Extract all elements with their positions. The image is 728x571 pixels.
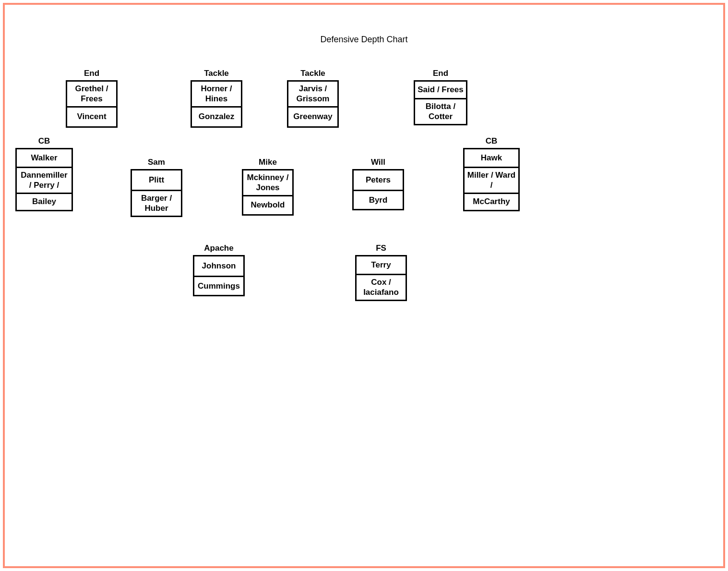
position-label: FS [376,243,386,253]
depth-slot-1: Grethel / Frees [67,82,116,106]
position-label: Apache [204,243,233,253]
depth-slot-2: Greenway [288,106,337,126]
depth-chart-canvas: Defensive Depth Chart End Grethel / Free… [5,5,723,566]
position-will: Will Peters Byrd [352,158,404,210]
depth-slot-2: Barger / Huber [132,190,181,216]
chart-title: Defensive Depth Chart [5,35,723,45]
position-fs: FS Terry Cox / Iaciafano [355,243,407,301]
position-label: Tackle [300,69,325,78]
depth-stack: Said / Frees Bilotta / Cotter [414,80,467,125]
depth-slot-3: McCarthy [465,193,518,210]
depth-stack: Grethel / Frees Vincent [66,80,118,128]
depth-slot-1: Mckinney / Jones [243,170,292,195]
depth-slot-1: Jarvis / Grissom [288,82,337,106]
depth-slot-2: Dannemiller / Perry / [17,167,72,193]
depth-stack: Johnson Cummings [193,255,245,296]
depth-stack: Terry Cox / Iaciafano [355,255,407,301]
depth-slot-2: Cox / Iaciafano [357,274,406,300]
depth-slot-2: Bilotta / Cotter [415,98,466,124]
position-label: Mike [259,158,277,167]
position-label: CB [486,136,498,146]
position-end-left: End Grethel / Frees Vincent [66,69,118,128]
position-tackle-right: Tackle Jarvis / Grissom Greenway [287,69,339,128]
depth-slot-1: Horner / Hines [192,82,241,106]
depth-stack: Jarvis / Grissom Greenway [287,80,339,128]
depth-slot-1: Plitt [132,170,181,190]
position-label: End [433,69,448,78]
position-label: CB [38,136,50,146]
depth-slot-1: Terry [357,256,406,274]
position-mike: Mike Mckinney / Jones Newbold [242,158,294,216]
position-label: Tackle [204,69,229,78]
position-cb-left: CB Walker Dannemiller / Perry / Bailey [15,136,73,211]
position-apache: Apache Johnson Cummings [193,243,245,296]
depth-slot-1: Peters [354,170,403,190]
position-sam: Sam Plitt Barger / Huber [131,158,182,217]
position-end-right: End Said / Frees Bilotta / Cotter [414,69,467,125]
depth-stack: Peters Byrd [352,169,404,210]
depth-slot-2: Vincent [67,106,116,126]
depth-slot-2: Gonzalez [192,106,241,126]
depth-stack: Hawk Miller / Ward / McCarthy [463,148,520,211]
page-frame: Defensive Depth Chart End Grethel / Free… [3,3,725,568]
depth-slot-2: Cummings [194,276,243,295]
depth-stack: Horner / Hines Gonzalez [191,80,242,128]
depth-slot-1: Hawk [465,149,518,167]
depth-slot-3: Bailey [17,193,72,210]
depth-stack: Plitt Barger / Huber [131,169,182,217]
depth-slot-1: Walker [17,149,72,167]
position-label: Sam [148,158,165,167]
position-label: Will [371,158,385,167]
depth-slot-1: Said / Frees [415,82,466,98]
position-label: End [84,69,99,78]
depth-slot-2: Miller / Ward / [465,167,518,193]
depth-stack: Walker Dannemiller / Perry / Bailey [15,148,73,211]
position-tackle-left: Tackle Horner / Hines Gonzalez [191,69,242,128]
depth-slot-1: Johnson [194,256,243,276]
depth-slot-2: Newbold [243,195,292,214]
position-cb-right: CB Hawk Miller / Ward / McCarthy [463,136,520,211]
depth-slot-2: Byrd [354,190,403,209]
depth-stack: Mckinney / Jones Newbold [242,169,294,216]
